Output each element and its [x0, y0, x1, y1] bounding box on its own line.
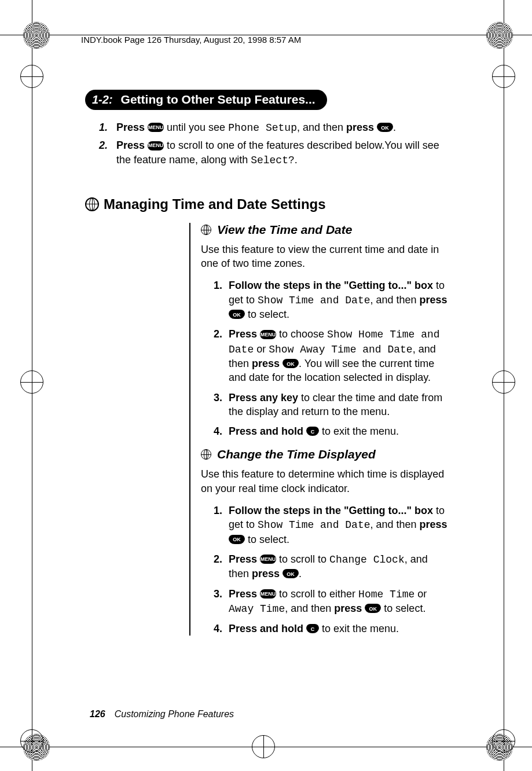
step-text: Press MENU to scroll to one of the featu… [116, 138, 447, 167]
ok-key-icon: OK [229, 310, 245, 319]
registration-mark-icon [20, 370, 43, 394]
paragraph: Use this feature to determine which time… [201, 467, 449, 495]
registration-mark-icon [492, 370, 515, 394]
content-area: 1-2: Getting to Other Setup Features... … [90, 90, 449, 641]
section-heading-text: Managing Time and Date Settings [104, 196, 326, 212]
ok-key-icon: OK [229, 535, 245, 544]
indented-content: View the Time and Date Use this feature … [189, 223, 449, 636]
list-item: 4. Press and hold C to exit the menu. [214, 424, 449, 438]
pill-number: 1-2: [92, 93, 113, 107]
box-step: 1. Press MENU until you see Phone Setup,… [99, 120, 447, 135]
list-item: 2. Press MENU to choose Show Home Time a… [214, 327, 449, 384]
page: INDY.book Page 126 Thursday, August 20, … [0, 0, 532, 771]
registration-mark-icon [492, 65, 515, 88]
globe-icon [85, 197, 99, 211]
step-number: 1. [99, 120, 116, 135]
getting-to-box: 1. Press MENU until you see Phone Setup,… [90, 118, 449, 179]
globe-icon [201, 225, 211, 235]
subsection-heading: View the Time and Date [201, 223, 449, 237]
ok-key-icon: OK [282, 359, 299, 368]
ok-key-icon: OK [282, 569, 299, 578]
pill-title: Getting to Other Setup Features... [121, 93, 315, 107]
list-item: 3. Press any key to clear the time and d… [214, 391, 449, 419]
corner-rosette-icon [486, 22, 513, 49]
list-item: 1. Follow the steps in the "Getting to..… [214, 504, 449, 546]
list-item: 3. Press MENU to scroll to either Home T… [214, 587, 449, 616]
menu-key-icon: MENU [260, 555, 276, 564]
globe-icon [201, 449, 211, 460]
list-item: 1. Follow the steps in the "Getting to..… [214, 278, 449, 321]
page-footer: 126Customizing Phone Features [90, 709, 234, 719]
box-step: 2. Press MENU to scroll to one of the fe… [99, 138, 447, 167]
menu-key-icon: MENU [148, 123, 164, 132]
instruction-list: 1. Follow the steps in the "Getting to..… [201, 278, 449, 438]
c-key-icon: C [306, 624, 319, 633]
menu-key-icon: MENU [260, 330, 276, 339]
instruction-list: 1. Follow the steps in the "Getting to..… [201, 504, 449, 636]
ok-key-icon: OK [377, 123, 393, 132]
paragraph: Use this feature to view the current tim… [201, 243, 449, 271]
registration-mark-icon [252, 735, 275, 758]
registration-mark-icon [20, 65, 43, 88]
step-number: 2. [99, 138, 116, 167]
corner-rosette-icon [23, 22, 50, 49]
ok-key-icon: OK [365, 604, 381, 613]
registration-mark-icon [20, 729, 43, 752]
list-item: 2. Press MENU to scroll to Change Clock,… [214, 552, 449, 581]
registration-mark-icon [492, 729, 515, 752]
subsection-heading: Change the Time Displayed [201, 447, 449, 461]
section-pill: 1-2: Getting to Other Setup Features... [85, 90, 327, 110]
menu-key-icon: MENU [148, 141, 164, 150]
running-header: INDY.book Page 126 Thursday, August 20, … [81, 35, 301, 45]
list-item: 4. Press and hold C to exit the menu. [214, 622, 449, 636]
chapter-title: Customizing Phone Features [115, 709, 234, 719]
step-text: Press MENU until you see Phone Setup, an… [116, 120, 447, 135]
c-key-icon: C [306, 427, 319, 436]
page-number: 126 [90, 709, 105, 719]
menu-key-icon: MENU [260, 589, 276, 599]
section-heading: Managing Time and Date Settings [85, 196, 449, 212]
